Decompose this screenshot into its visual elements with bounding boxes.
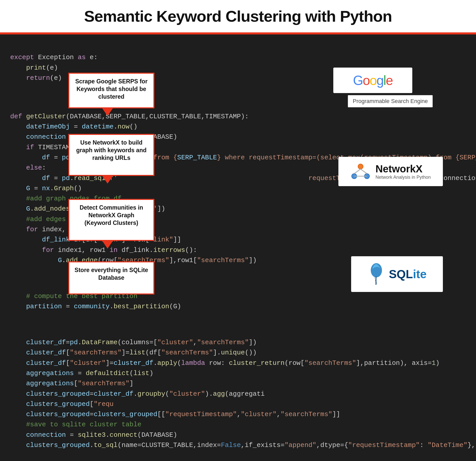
code-area: except Exception as e: print(e) return(e… xyxy=(0,34,476,461)
code-block-1: except Exception as e: print(e) return(e… xyxy=(10,42,466,93)
code-block-4: cluster_df=pd.DataFrame(columns=["cluste… xyxy=(10,327,466,461)
header: Semantic Keyword Clustering with Python xyxy=(0,0,476,34)
code-block-2: def getCluster(DATABASE,SERP_TABLE,CLUST… xyxy=(10,101,466,276)
page-title: Semantic Keyword Clustering with Python xyxy=(10,7,466,25)
code-block-3: # compute the best partition partition =… xyxy=(10,281,466,322)
